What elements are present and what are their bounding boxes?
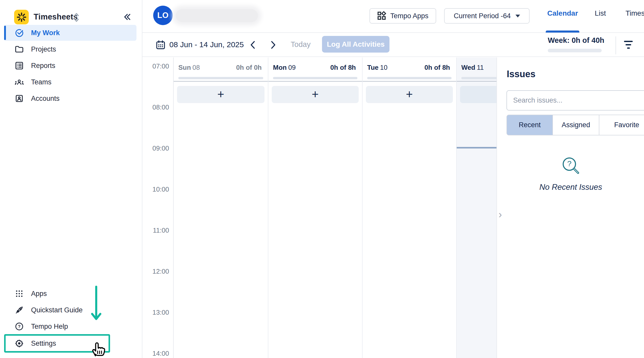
teams-people-icon	[14, 77, 24, 87]
gear-icon	[14, 339, 24, 348]
search-issues-input[interactable]	[506, 90, 644, 111]
day-hours-summary: 0h of 0h	[236, 64, 262, 72]
week-progress-bar	[548, 49, 602, 52]
day-progress-track	[461, 77, 496, 79]
sidebar-item-label: Teams	[31, 78, 52, 86]
day-header: Wed11	[457, 57, 496, 82]
rocket-icon	[14, 305, 24, 315]
app-switcher-chevrons-icon[interactable]	[73, 12, 80, 24]
panel-collapse-chevron-icon[interactable]: ›	[499, 209, 509, 221]
time-gutter: 07:0008:0009:0010:0011:0012:0013:0014:00	[142, 57, 174, 358]
day-header: Sun08 0h of 0h	[174, 57, 268, 82]
tab-calendar[interactable]: Calendar	[547, 9, 578, 17]
calendar-icon	[155, 39, 166, 51]
chevron-down-icon	[515, 15, 520, 17]
day-date: 11	[477, 64, 484, 71]
day-column: Mon09 0h of 8h +	[268, 57, 362, 358]
help-question-circle-icon: ?	[14, 322, 24, 331]
check-circle-icon	[14, 28, 24, 38]
tempo-apps-label: Tempo Apps	[390, 12, 428, 20]
sidebar-header: Timesheets	[0, 0, 142, 25]
day-progress-track	[273, 77, 357, 79]
next-week-button[interactable]	[268, 39, 279, 51]
empty-state: ? No Recent Issues	[497, 155, 644, 192]
sidebar-item-settings[interactable]: Settings	[4, 335, 136, 351]
day-name: Mon	[273, 64, 287, 71]
calendar-content: Sun08 0h of 0h + Mon09 0h of 8h + Tue10 …	[142, 57, 644, 358]
sidebar-item-teams[interactable]: Teams	[4, 74, 136, 90]
day-column: Sun08 0h of 0h +	[174, 57, 268, 358]
time-label: 07:00	[152, 62, 169, 70]
redacted-user-name	[176, 9, 258, 22]
filter-icon[interactable]	[621, 37, 636, 52]
sidebar-item-reports[interactable]: Reports	[4, 58, 136, 74]
time-label: 11:00	[153, 226, 169, 234]
tab-recent[interactable]: Recent	[506, 115, 553, 135]
time-label: 13:00	[152, 308, 169, 316]
previous-week-button[interactable]	[247, 39, 258, 51]
empty-state-text: No Recent Issues	[497, 183, 644, 192]
svg-text:?: ?	[18, 324, 21, 329]
sidebar-item-tempo-help[interactable]: ? Tempo Help	[4, 319, 136, 334]
tab-assigned[interactable]: Assigned	[553, 115, 599, 135]
sidebar-collapse-icon[interactable]	[122, 11, 133, 24]
day-progress-track	[178, 77, 263, 79]
tempo-apps-button[interactable]: Tempo Apps	[369, 8, 436, 24]
sidebar-item-projects[interactable]: Projects	[4, 41, 136, 57]
report-list-icon	[14, 61, 24, 71]
top-bar: LO Tempo Apps Current Period -64 Calend	[142, 0, 644, 33]
app-title: Timesheets	[34, 12, 78, 22]
apps-grid-icon	[14, 289, 24, 299]
add-worklog-button[interactable]	[460, 86, 496, 103]
folder-icon	[14, 44, 24, 54]
sidebar-item-label: Reports	[31, 62, 55, 70]
day-name: Sun	[178, 64, 191, 71]
app-window: Timesheets	[0, 0, 644, 358]
tab-times[interactable]: Times	[626, 9, 644, 17]
period-selector-dropdown[interactable]: Current Period -64	[444, 8, 530, 24]
sidebar-item-label: Accounts	[31, 95, 60, 103]
selected-indicator	[4, 26, 6, 40]
sidebar-item-accounts[interactable]: Accounts	[4, 91, 136, 106]
tempo-logo-icon	[14, 10, 29, 24]
day-hours-summary: 0h of 8h	[424, 64, 450, 72]
tab-favorite[interactable]: Favorite	[599, 115, 644, 135]
day-column: Wed11	[456, 57, 496, 358]
today-button[interactable]: Today	[286, 40, 315, 49]
sidebar: Timesheets	[0, 0, 142, 358]
day-date: 10	[380, 64, 387, 71]
day-header: Mon09 0h of 8h	[268, 57, 362, 82]
svg-text:?: ?	[567, 159, 571, 168]
issues-filter-tabs: Recent Assigned Favorite	[506, 115, 644, 135]
day-date: 09	[288, 64, 296, 71]
sidebar-item-label: My Work	[31, 29, 60, 37]
time-label: 12:00	[152, 267, 169, 275]
sidebar-item-label: Apps	[31, 290, 47, 298]
sidebar-item-label: Quickstart Guide	[31, 306, 83, 314]
date-range-label[interactable]: 08 Jun - 14 Jun, 2025	[169, 40, 244, 49]
active-tab-underline	[546, 31, 579, 33]
account-card-icon	[14, 94, 24, 103]
sidebar-item-my-work[interactable]: My Work	[4, 25, 136, 41]
day-progress-track	[367, 77, 452, 79]
tab-list[interactable]: List	[595, 9, 606, 17]
add-worklog-button[interactable]: +	[272, 86, 359, 103]
time-label: 10:00	[152, 185, 169, 193]
sidebar-item-apps[interactable]: Apps	[4, 286, 136, 302]
week-summary: Week: 0h of 40h	[548, 36, 602, 52]
add-worklog-button[interactable]: +	[366, 86, 453, 103]
sidebar-item-quickstart-guide[interactable]: Quickstart Guide	[4, 302, 136, 318]
day-header: Tue10 0h of 8h	[363, 57, 456, 82]
plus-icon: +	[217, 88, 224, 100]
day-date: 08	[192, 64, 200, 71]
calendar-controls: 08 Jun - 14 Jun, 2025 Today Log All Acti…	[142, 33, 644, 57]
add-worklog-button[interactable]: +	[177, 86, 265, 103]
time-label: 08:00	[152, 103, 169, 111]
time-label: 14:00	[152, 349, 169, 357]
avatar[interactable]: LO	[153, 6, 173, 25]
search-question-icon: ?	[560, 155, 582, 178]
day-name: Wed	[461, 64, 475, 71]
apps-diamond-grid-icon	[377, 11, 386, 21]
week-summary-label: Week: 0h of 40h	[548, 36, 602, 45]
log-all-activities-button[interactable]: Log All Activities	[322, 36, 389, 53]
